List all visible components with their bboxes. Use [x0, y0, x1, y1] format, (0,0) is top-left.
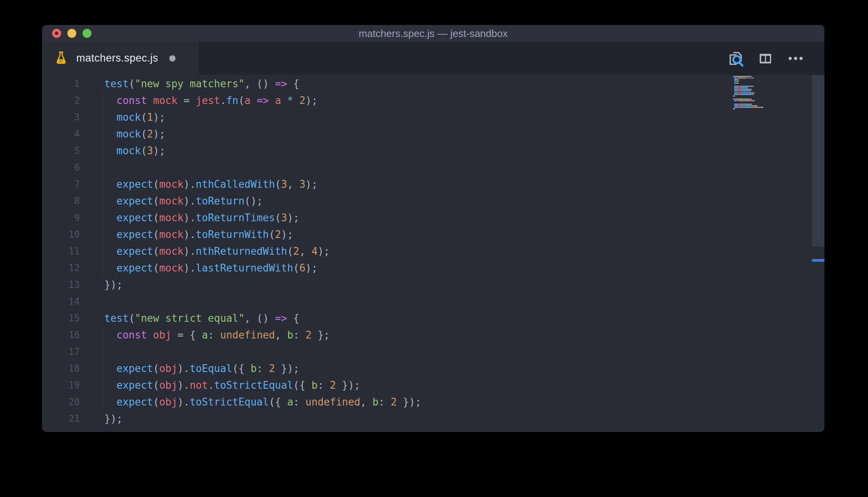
- line-number: 1: [42, 76, 80, 92]
- code-line[interactable]: [104, 344, 421, 360]
- editor-actions: [723, 42, 824, 75]
- code-line[interactable]: expect(mock).toReturnTimes(3);: [104, 210, 421, 226]
- code-line[interactable]: expect(mock).toReturn();: [104, 193, 421, 210]
- line-number: 17: [42, 344, 80, 360]
- line-number: 9: [42, 210, 80, 226]
- code-line[interactable]: expect(mock).nthReturnedWith(2, 4);: [104, 243, 421, 260]
- code-line[interactable]: expect(obj).toEqual({ b: 2 });: [104, 360, 421, 377]
- line-number: 14: [42, 293, 80, 310]
- jest-flask-icon: [54, 50, 69, 67]
- code-line[interactable]: expect(obj).toStrictEqual({ a: undefined…: [104, 394, 421, 411]
- line-number: 2: [42, 92, 80, 109]
- window-titlebar[interactable]: matchers.spec.js — jest-sandbox: [42, 25, 824, 42]
- line-number: 19: [42, 377, 80, 394]
- line-number: 3: [42, 109, 80, 126]
- code-line[interactable]: expect(mock).toReturnWith(2);: [104, 226, 421, 243]
- search-in-file-icon[interactable]: [723, 42, 749, 75]
- code-content: test("new spy matchers", () => { const m…: [104, 76, 421, 427]
- code-line[interactable]: [104, 159, 421, 176]
- line-number: 20: [42, 394, 80, 411]
- tab-matchers-spec-js[interactable]: matchers.spec.js: [42, 42, 199, 75]
- line-number: 6: [42, 159, 80, 176]
- code-line[interactable]: expect(obj).not.toStrictEqual({ b: 2 });: [104, 377, 421, 394]
- code-line[interactable]: [104, 293, 421, 310]
- line-number: 7: [42, 176, 80, 193]
- line-number: 15: [42, 310, 80, 327]
- tab-label: matchers.spec.js: [76, 52, 158, 64]
- code-line[interactable]: mock(3);: [104, 143, 421, 159]
- unsaved-changes-dot: [169, 55, 176, 62]
- code-editor[interactable]: 123456789101112131415161718192021 test("…: [42, 75, 824, 432]
- line-number: 21: [42, 411, 80, 427]
- code-line[interactable]: mock(2);: [104, 126, 421, 143]
- window-title: matchers.spec.js — jest-sandbox: [42, 25, 824, 42]
- code-line[interactable]: expect(mock).lastReturnedWith(6);: [104, 260, 421, 277]
- overview-ruler-cursor-marker: [812, 259, 824, 262]
- code-line[interactable]: const mock = jest.fn(a => a * 2);: [104, 92, 421, 109]
- line-number: 4: [42, 126, 80, 143]
- line-number: 18: [42, 360, 80, 377]
- vertical-scrollbar-thumb[interactable]: [812, 75, 824, 247]
- code-line[interactable]: });: [104, 411, 421, 427]
- line-number: 5: [42, 143, 80, 159]
- code-line[interactable]: test("new spy matchers", () => {: [104, 76, 421, 92]
- line-number: 12: [42, 260, 80, 277]
- code-line[interactable]: });: [104, 277, 421, 293]
- code-line[interactable]: const obj = { a: undefined, b: 2 };: [104, 327, 421, 344]
- line-number: 8: [42, 193, 80, 210]
- line-number: 11: [42, 243, 80, 260]
- line-number-gutter: 123456789101112131415161718192021: [42, 76, 80, 427]
- line-number: 13: [42, 277, 80, 293]
- split-editor-icon[interactable]: [754, 42, 777, 75]
- line-number: 16: [42, 327, 80, 344]
- code-line[interactable]: mock(1);: [104, 109, 421, 126]
- vscode-window: matchers.spec.js — jest-sandbox matchers…: [42, 25, 824, 432]
- code-line[interactable]: test("new strict equal", () => {: [104, 310, 421, 327]
- more-actions-icon[interactable]: [780, 42, 811, 75]
- minimap[interactable]: [733, 76, 811, 123]
- tab-bar: matchers.spec.js: [42, 42, 824, 75]
- code-line[interactable]: expect(mock).nthCalledWith(3, 3);: [104, 176, 421, 193]
- line-number: 10: [42, 226, 80, 243]
